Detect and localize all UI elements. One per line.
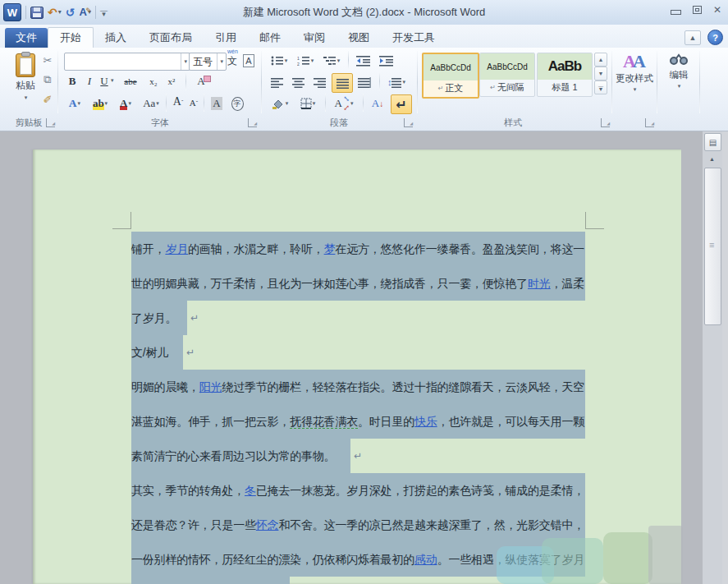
align-left-icon (271, 77, 283, 88)
font-size-combo[interactable]: 五号 ▾ (189, 53, 227, 71)
scroll-up-arrow[interactable]: ▲ (704, 152, 720, 166)
tab-邮件[interactable]: 邮件 (248, 28, 292, 48)
text-line[interactable]: 湛蓝如海。伸手，抓一把云影，抚得花香满衣。时日里的快乐，也许就是，可以每天用一颗 (131, 404, 588, 439)
styles-dialog-launcher[interactable] (601, 118, 610, 127)
text-run: 的画轴，水湄之畔，聆听， (188, 242, 324, 255)
hyperlink[interactable]: 快乐 (414, 415, 437, 428)
phonetic-guide-button[interactable]: wén文 (225, 53, 240, 69)
strikethrough-button[interactable]: abe (120, 74, 141, 89)
font-dialog-launcher[interactable] (248, 118, 257, 127)
help-button[interactable]: ? (707, 30, 723, 45)
styles-more-button[interactable]: —▼ (594, 80, 607, 94)
tab-file[interactable]: 文件 (5, 28, 48, 48)
superscript-button[interactable]: x² (164, 74, 179, 89)
font-color-button[interactable]: A▾ (115, 95, 136, 112)
watermark (648, 526, 683, 584)
show-hide-marks-button[interactable]: ↵ (391, 94, 412, 114)
bold-button[interactable]: B (66, 74, 79, 89)
view-ruler-button[interactable]: ▤ (704, 133, 721, 151)
numbering-button[interactable]: 12▾ (294, 53, 317, 69)
enclose-characters-button[interactable]: 字 (228, 95, 246, 112)
change-styles-button[interactable]: AA 更改样式 ▾ (614, 53, 655, 93)
hyperlink[interactable]: 岁月 (165, 242, 188, 255)
tab-审阅[interactable]: 审阅 (292, 28, 337, 48)
style-card-无间隔[interactable]: AaBbCcDd↵无间隔 (479, 53, 535, 97)
borders-button[interactable]: ▾ (295, 95, 320, 112)
hyperlink[interactable]: 时光 (528, 277, 551, 290)
copy-button[interactable]: ⧉ (39, 72, 56, 87)
clipboard-dialog-launcher[interactable] (46, 118, 55, 127)
increase-indent-button[interactable] (376, 53, 396, 69)
clear-formatting-button[interactable]: A (192, 74, 210, 89)
styles-scroll-up-button[interactable]: ▲ (594, 53, 607, 67)
text-line[interactable]: 其实，季节的转角处，冬已掩去一抹葱茏。岁月深处，打捞起的素色诗笺，铺成的是柔情， (131, 473, 588, 508)
text-line[interactable]: 铺开，岁月的画轴，水湄之畔，聆听，梦在远方，悠悠化作一缕馨香。盈盈浅笑间，将这一 (131, 232, 588, 266)
paste-dropdown-arrow[interactable]: ▾ (25, 94, 28, 101)
text-effects-button[interactable]: A▾ (64, 95, 85, 112)
text-line[interactable]: 世的明媚典藏，万千柔情，且化为一抹如莲心事，绕指成香，只一霎，便惊艳了时光，温柔 (131, 266, 588, 301)
font-name-combo[interactable]: ▾ (64, 53, 190, 71)
text-line[interactable]: 明媚的晨曦，阳光绕过季节的栅栏，轻轻落在指尖。透过十指的缝隙看天，云淡风轻，天空 (131, 370, 588, 404)
styles-scroll-down-button[interactable]: ▼ (594, 67, 607, 80)
multilevel-list-button[interactable]: ▾ (320, 53, 343, 69)
scrollbar-thumb[interactable] (704, 168, 721, 325)
copy-icon: ⧉ (43, 73, 51, 86)
change-styles-dialog-launcher[interactable] (645, 118, 654, 127)
mini-separator (325, 94, 326, 112)
scissors-icon: ✂ (43, 54, 53, 67)
text-line[interactable]: 文/树儿 (131, 335, 588, 370)
hyperlink[interactable]: 感动 (414, 553, 437, 566)
line-spacing-button[interactable]: ↕▾ (384, 74, 409, 90)
format-painter-button[interactable]: ✐ (39, 92, 56, 107)
subscript-button[interactable]: x₂ (146, 74, 161, 89)
vertical-scrollbar[interactable]: ▤ ▲ (703, 131, 722, 584)
tab-开发工具[interactable]: 开发工具 (381, 28, 446, 48)
character-shading-button[interactable]: A (208, 95, 225, 112)
text-line[interactable]: 素简清宁的心来看周边习以为常的事物。 (131, 439, 588, 473)
shrink-font-button[interactable]: Aˇ (187, 95, 200, 110)
shading-button[interactable]: ▾ (268, 95, 292, 112)
editing-button[interactable]: 编辑 ▾ (662, 53, 696, 90)
minimize-button[interactable] (671, 10, 681, 15)
text-run: 和不舍。这一季的凉已然是越来越深重了，然，光影交错中， (278, 518, 584, 531)
align-right-button[interactable] (310, 74, 328, 90)
style-card-正文[interactable]: AaBbCcDd↵正文 (422, 53, 479, 99)
hyperlink[interactable]: 冬 (245, 484, 256, 497)
tab-开始[interactable]: 开始 (48, 27, 94, 48)
collapse-ribbon-button[interactable]: ▲ (685, 30, 701, 45)
tab-视图[interactable]: 视图 (337, 28, 381, 48)
underline-dropdown-arrow[interactable]: ▾ (111, 77, 114, 84)
close-button[interactable]: ✕ (713, 5, 721, 15)
text-line[interactable]: 还是眷恋？许，只是一些怀念和不舍。这一季的凉已然是越来越深重了，然，光影交错中， (131, 508, 588, 542)
mini-separator (204, 94, 204, 112)
align-center-button[interactable] (289, 74, 307, 90)
sort-button[interactable]: A↓ (368, 95, 387, 112)
hyperlink[interactable]: 梦 (324, 242, 336, 255)
window-title: 新建 Microsoft Word 文档 (2).docx - Microsof… (0, 0, 728, 25)
tab-插入[interactable]: 插入 (94, 28, 138, 48)
highlight-color-button[interactable]: ab▾ (89, 95, 112, 112)
text-line[interactable]: 了岁月。 (131, 301, 588, 335)
bullets-button[interactable]: ▾ (268, 53, 291, 69)
ribbon-tab-row: 文件 开始插入页面布局引用邮件审阅视图开发工具 ▲ ? (0, 25, 728, 48)
distribute-button[interactable] (355, 74, 374, 90)
window-controls: ✕ (671, 5, 721, 15)
cut-button[interactable]: ✂ (39, 53, 56, 67)
decrease-indent-button[interactable] (353, 53, 373, 69)
style-card-标题 1[interactable]: AaBb标题 1 (537, 53, 593, 97)
tab-页面布局[interactable]: 页面布局 (138, 28, 204, 48)
hyperlink[interactable]: 阳光 (199, 380, 222, 393)
restore-button[interactable] (693, 6, 702, 14)
hyperlink[interactable]: 怀念 (256, 518, 279, 531)
asian-layout-button[interactable]: A⤡⤢▾ (330, 95, 358, 112)
underline-button[interactable]: U (98, 74, 110, 89)
text-run: 湛蓝如海。伸手，抓一把云影， (131, 415, 290, 428)
tab-引用[interactable]: 引用 (204, 28, 248, 48)
paragraph-dialog-launcher[interactable] (404, 118, 413, 127)
character-border-button[interactable]: A (241, 53, 256, 68)
align-left-button[interactable] (268, 74, 286, 90)
change-case-button[interactable]: Aa▾ (140, 95, 163, 112)
italic-button[interactable]: I (84, 74, 95, 89)
grow-font-button[interactable]: Aˆ (171, 94, 185, 110)
justify-button[interactable] (332, 73, 353, 93)
